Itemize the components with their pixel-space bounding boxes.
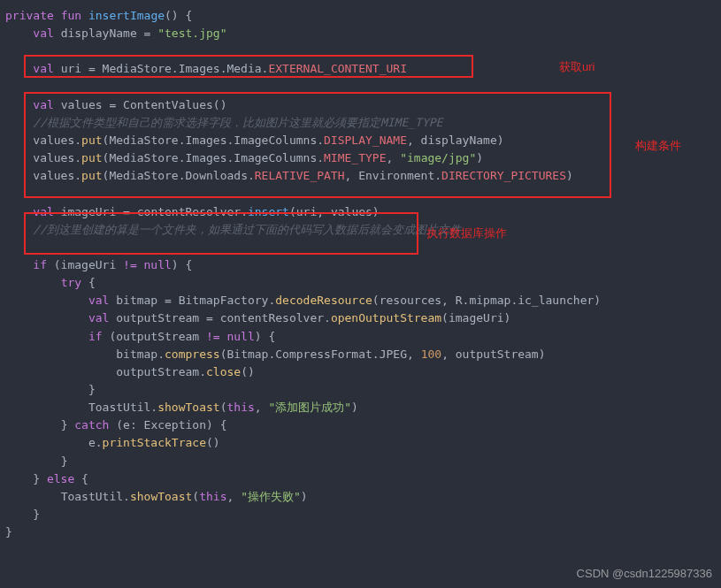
code-line xyxy=(0,42,721,60)
code-line: } xyxy=(0,506,721,523)
annotation-label: 构建条件 xyxy=(635,137,681,155)
keyword-private: private xyxy=(5,9,54,22)
code-line: } xyxy=(0,523,721,541)
code-line: val uri = MediaStore.Images.Media.EXTERN… xyxy=(0,60,721,78)
code-line: values.put(MediaStore.Images.ImageColumn… xyxy=(0,132,721,149)
code-line: if (imageUri != null) { xyxy=(0,256,721,274)
code-line: //到这里创建的算是一个文件夹，如果通过下面的代码写入数据后就会变成图片文件 xyxy=(0,221,721,239)
code-line xyxy=(0,79,721,96)
code-line: val bitmap = BitmapFactory.decodeResourc… xyxy=(0,292,721,309)
code-line: val outputStream = contentResolver.openO… xyxy=(0,309,721,327)
code-line: } else { xyxy=(0,470,721,488)
code-line: val imageUri = contentResolver.insert(ur… xyxy=(0,203,721,221)
code-line: val displayName = "test.jpg" xyxy=(0,25,721,42)
code-line: values.put(MediaStore.Images.ImageColumn… xyxy=(0,149,721,167)
code-line: val values = ContentValues() xyxy=(0,96,721,114)
code-line: ToastUtil.showToast(this, "添加图片成功") xyxy=(0,399,721,416)
annotation-label: 执行数据库操作 xyxy=(426,225,507,242)
code-line: ToastUtil.showToast(this, "操作失败") xyxy=(0,488,721,506)
code-line: bitmap.compress(Bitmap.CompressFormat.JP… xyxy=(0,346,721,363)
code-line: if (outputStream != null) { xyxy=(0,328,721,346)
code-line: } xyxy=(0,453,721,470)
code-line: try { xyxy=(0,274,721,292)
code-line xyxy=(0,185,721,202)
keyword-fun: fun xyxy=(61,9,81,22)
code-line xyxy=(0,239,721,256)
code-line: } catch (e: Exception) { xyxy=(0,416,721,434)
function-name: insertImage xyxy=(88,9,165,22)
code-line: values.put(MediaStore.Downloads.RELATIVE… xyxy=(0,167,721,185)
code-line: private fun insertImage() { xyxy=(0,7,721,25)
annotation-label: 获取uri xyxy=(559,58,594,76)
code-line: outputStream.close() xyxy=(0,363,721,381)
code-line: //根据文件类型和自己的需求选择字段，比如图片这里就必须要指定MIME_TYPE xyxy=(0,114,721,132)
watermark: CSDN @csdn1225987336 xyxy=(577,565,712,583)
code-line: } xyxy=(0,381,721,399)
code-line: e.printStackTrace() xyxy=(0,434,721,452)
